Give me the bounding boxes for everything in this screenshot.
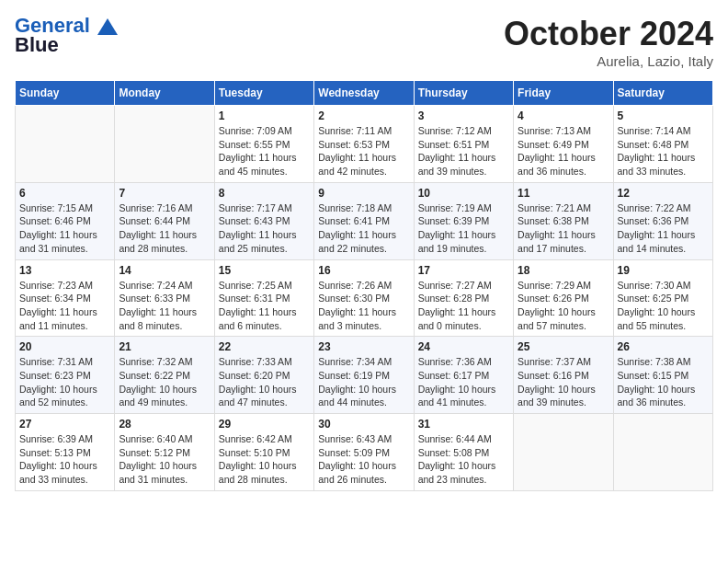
calendar-cell: 10Sunrise: 7:19 AMSunset: 6:39 PMDayligh… — [414, 182, 513, 259]
day-info: Sunrise: 7:37 AMSunset: 6:16 PMDaylight:… — [518, 355, 609, 409]
day-number: 24 — [418, 340, 509, 353]
calendar-week-5: 27Sunrise: 6:39 AMSunset: 5:13 PMDayligh… — [16, 414, 713, 491]
weekday-header-monday: Monday — [115, 81, 214, 106]
calendar-cell: 26Sunrise: 7:38 AMSunset: 6:15 PMDayligh… — [613, 337, 712, 414]
calendar-cell: 25Sunrise: 7:37 AMSunset: 6:16 PMDayligh… — [514, 337, 613, 414]
calendar-cell: 16Sunrise: 7:26 AMSunset: 6:30 PMDayligh… — [314, 259, 414, 337]
calendar-cell — [115, 106, 214, 183]
day-info: Sunrise: 7:17 AMSunset: 6:43 PMDaylight:… — [219, 201, 310, 256]
day-info: Sunrise: 7:15 AMSunset: 6:46 PMDaylight:… — [19, 201, 110, 256]
day-number: 20 — [19, 340, 110, 353]
title-block: October 2024 Aurelia, Lazio, Italy — [504, 15, 713, 69]
day-info: Sunrise: 7:29 AMSunset: 6:26 PMDaylight:… — [518, 279, 609, 333]
calendar-cell: 3Sunrise: 7:12 AMSunset: 6:51 PMDaylight… — [414, 106, 513, 183]
calendar-cell: 1Sunrise: 7:09 AMSunset: 6:55 PMDaylight… — [214, 106, 313, 183]
day-number: 16 — [318, 264, 409, 277]
day-number: 3 — [418, 109, 509, 122]
day-number: 31 — [418, 418, 509, 431]
day-info: Sunrise: 7:27 AMSunset: 6:28 PMDaylight:… — [418, 279, 509, 333]
day-number: 6 — [19, 187, 110, 200]
calendar-cell: 12Sunrise: 7:22 AMSunset: 6:36 PMDayligh… — [613, 182, 712, 259]
day-info: Sunrise: 7:14 AMSunset: 6:48 PMDaylight:… — [618, 124, 709, 178]
day-number: 11 — [518, 187, 609, 200]
day-info: Sunrise: 7:21 AMSunset: 6:38 PMDaylight:… — [518, 201, 609, 256]
calendar-week-1: 1Sunrise: 7:09 AMSunset: 6:55 PMDaylight… — [16, 106, 713, 183]
day-number: 17 — [418, 264, 509, 277]
day-info: Sunrise: 7:19 AMSunset: 6:39 PMDaylight:… — [418, 201, 509, 256]
weekday-header-sunday: Sunday — [16, 81, 115, 106]
svg-marker-0 — [97, 18, 118, 35]
day-info: Sunrise: 7:31 AMSunset: 6:23 PMDaylight:… — [19, 355, 110, 409]
day-number: 9 — [318, 187, 409, 200]
day-number: 23 — [318, 340, 409, 353]
calendar-cell: 19Sunrise: 7:30 AMSunset: 6:25 PMDayligh… — [613, 259, 712, 337]
day-number: 22 — [219, 340, 310, 353]
calendar-cell: 24Sunrise: 7:36 AMSunset: 6:17 PMDayligh… — [414, 337, 513, 414]
day-number: 15 — [219, 264, 310, 277]
calendar-cell: 2Sunrise: 7:11 AMSunset: 6:53 PMDaylight… — [314, 106, 414, 183]
day-number: 10 — [418, 187, 509, 200]
day-number: 8 — [219, 187, 310, 200]
logo-icon — [97, 18, 118, 35]
calendar-cell — [514, 414, 613, 491]
day-info: Sunrise: 7:34 AMSunset: 6:19 PMDaylight:… — [318, 355, 409, 409]
calendar-cell: 22Sunrise: 7:33 AMSunset: 6:20 PMDayligh… — [214, 337, 313, 414]
weekday-header-friday: Friday — [514, 81, 613, 106]
calendar-cell: 9Sunrise: 7:18 AMSunset: 6:41 PMDaylight… — [314, 182, 414, 259]
calendar-cell: 15Sunrise: 7:25 AMSunset: 6:31 PMDayligh… — [214, 259, 313, 337]
calendar-cell — [613, 414, 712, 491]
calendar-cell: 28Sunrise: 6:40 AMSunset: 5:12 PMDayligh… — [115, 414, 214, 491]
calendar-header: SundayMondayTuesdayWednesdayThursdayFrid… — [16, 81, 713, 106]
day-number: 2 — [318, 109, 409, 122]
calendar-table: SundayMondayTuesdayWednesdayThursdayFrid… — [15, 80, 713, 491]
calendar-cell: 13Sunrise: 7:23 AMSunset: 6:34 PMDayligh… — [16, 259, 115, 337]
day-info: Sunrise: 7:30 AMSunset: 6:25 PMDaylight:… — [618, 279, 709, 333]
calendar-cell: 23Sunrise: 7:34 AMSunset: 6:19 PMDayligh… — [314, 337, 414, 414]
day-info: Sunrise: 7:38 AMSunset: 6:15 PMDaylight:… — [618, 355, 709, 409]
weekday-header-saturday: Saturday — [613, 81, 712, 106]
day-info: Sunrise: 7:24 AMSunset: 6:33 PMDaylight:… — [119, 279, 210, 333]
calendar-cell: 21Sunrise: 7:32 AMSunset: 6:22 PMDayligh… — [115, 337, 214, 414]
day-info: Sunrise: 7:36 AMSunset: 6:17 PMDaylight:… — [418, 355, 509, 409]
calendar-cell: 11Sunrise: 7:21 AMSunset: 6:38 PMDayligh… — [514, 182, 613, 259]
day-number: 25 — [518, 340, 609, 353]
day-number: 21 — [119, 340, 210, 353]
day-info: Sunrise: 7:11 AMSunset: 6:53 PMDaylight:… — [318, 124, 409, 178]
day-number: 14 — [119, 264, 210, 277]
location-subtitle: Aurelia, Lazio, Italy — [504, 53, 713, 69]
day-info: Sunrise: 7:12 AMSunset: 6:51 PMDaylight:… — [418, 124, 509, 178]
calendar-cell: 7Sunrise: 7:16 AMSunset: 6:44 PMDaylight… — [115, 182, 214, 259]
day-info: Sunrise: 7:22 AMSunset: 6:36 PMDaylight:… — [618, 201, 709, 256]
day-number: 29 — [219, 418, 310, 431]
day-info: Sunrise: 7:25 AMSunset: 6:31 PMDaylight:… — [219, 279, 310, 333]
day-info: Sunrise: 7:32 AMSunset: 6:22 PMDaylight:… — [119, 355, 210, 409]
calendar-cell: 17Sunrise: 7:27 AMSunset: 6:28 PMDayligh… — [414, 259, 513, 337]
calendar-week-4: 20Sunrise: 7:31 AMSunset: 6:23 PMDayligh… — [16, 337, 713, 414]
calendar-cell: 5Sunrise: 7:14 AMSunset: 6:48 PMDaylight… — [613, 106, 712, 183]
day-number: 7 — [119, 187, 210, 200]
calendar-cell: 30Sunrise: 6:43 AMSunset: 5:09 PMDayligh… — [314, 414, 414, 491]
day-number: 28 — [119, 418, 210, 431]
day-number: 5 — [618, 109, 709, 122]
day-info: Sunrise: 7:33 AMSunset: 6:20 PMDaylight:… — [219, 355, 310, 409]
day-info: Sunrise: 6:44 AMSunset: 5:08 PMDaylight:… — [418, 432, 509, 487]
day-info: Sunrise: 6:42 AMSunset: 5:10 PMDaylight:… — [219, 432, 310, 487]
day-info: Sunrise: 7:18 AMSunset: 6:41 PMDaylight:… — [318, 201, 409, 256]
calendar-cell: 18Sunrise: 7:29 AMSunset: 6:26 PMDayligh… — [514, 259, 613, 337]
day-info: Sunrise: 7:09 AMSunset: 6:55 PMDaylight:… — [219, 124, 310, 178]
day-number: 1 — [219, 109, 310, 122]
weekday-header-tuesday: Tuesday — [214, 81, 313, 106]
day-info: Sunrise: 7:16 AMSunset: 6:44 PMDaylight:… — [119, 201, 210, 256]
day-number: 4 — [518, 109, 609, 122]
day-info: Sunrise: 7:23 AMSunset: 6:34 PMDaylight:… — [19, 279, 110, 333]
page-header: General Blue October 2024 Aurelia, Lazio… — [15, 15, 713, 69]
day-number: 13 — [19, 264, 110, 277]
calendar-cell: 27Sunrise: 6:39 AMSunset: 5:13 PMDayligh… — [16, 414, 115, 491]
day-number: 19 — [618, 264, 709, 277]
logo: General Blue — [15, 15, 118, 57]
calendar-cell — [16, 106, 115, 183]
calendar-week-3: 13Sunrise: 7:23 AMSunset: 6:34 PMDayligh… — [16, 259, 713, 337]
day-number: 18 — [518, 264, 609, 277]
calendar-cell: 8Sunrise: 7:17 AMSunset: 6:43 PMDaylight… — [214, 182, 313, 259]
day-number: 30 — [318, 418, 409, 431]
